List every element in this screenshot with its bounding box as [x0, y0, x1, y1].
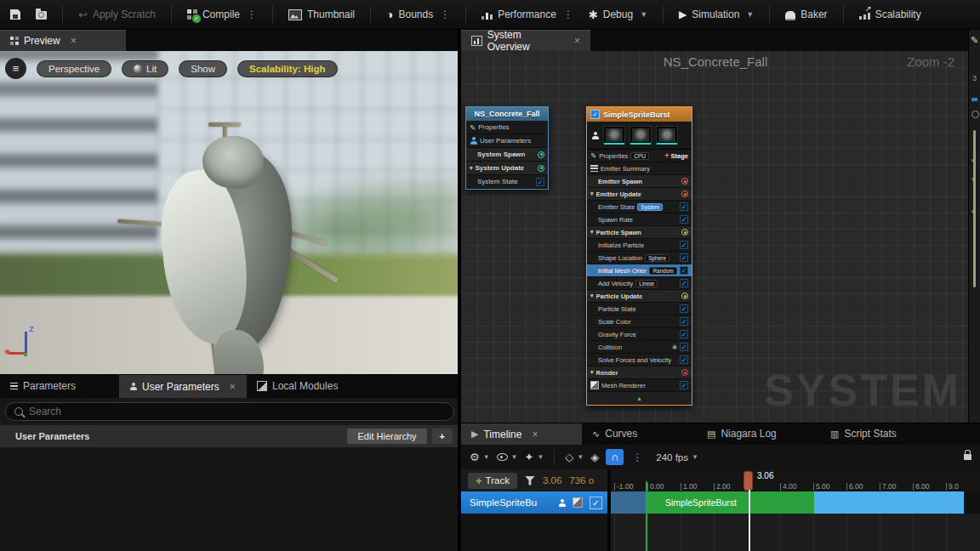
- playback-options-dropdown[interactable]: ✦▼: [525, 451, 544, 463]
- tab-curves[interactable]: ∿ Curves: [582, 423, 697, 445]
- timeline-grid[interactable]: [611, 514, 980, 551]
- system-node[interactable]: NS_Concrete_Fall ✎PropertiesUser Paramet…: [465, 106, 549, 190]
- close-icon[interactable]: ×: [230, 381, 236, 393]
- node-row-particle-spawn[interactable]: ▾Particle Spawn: [587, 226, 692, 239]
- tab-parameters[interactable]: Parameters: [0, 374, 119, 398]
- emitter-node[interactable]: ✓ SimpleSpriteBurst ✎PropertiesCPU+Stage…: [586, 106, 692, 406]
- performance-options-dots[interactable]: ⋮: [563, 9, 573, 20]
- viewport-menu-button[interactable]: ≡: [5, 58, 26, 79]
- track-bar-loop[interactable]: [814, 491, 964, 514]
- tab-timeline[interactable]: ▶ Timeline ×: [461, 423, 582, 445]
- node-row-emitter-summary[interactable]: Emitter Summary: [587, 162, 692, 175]
- node-row-scale-color[interactable]: Scale Color✓: [587, 315, 692, 328]
- tab-system-overview[interactable]: System Overview ×: [461, 30, 590, 51]
- chevron-down-icon[interactable]: ▾: [590, 229, 594, 236]
- value-badge[interactable]: System: [637, 203, 663, 211]
- node-row-particle-state[interactable]: Particle State✓: [587, 303, 692, 315]
- node-row-properties[interactable]: ✎PropertiesCPU+Stage: [587, 150, 692, 162]
- compile-options-dots[interactable]: ⋮: [247, 9, 257, 20]
- add-parameter-button[interactable]: +: [432, 429, 453, 444]
- tab-preview[interactable]: Preview ×: [0, 30, 126, 51]
- show-button[interactable]: Show: [179, 60, 227, 77]
- stage-iteration-icon[interactable]: [681, 293, 688, 299]
- frame-value[interactable]: 736 o: [569, 475, 594, 486]
- visibility-icon[interactable]: ◉: [672, 344, 677, 350]
- node-row-emitter-spawn[interactable]: Emitter Spawn: [587, 175, 692, 188]
- close-icon[interactable]: ×: [574, 35, 580, 47]
- node-row-emitter-update[interactable]: ▾Emitter Update: [587, 188, 692, 201]
- thumbnail-button[interactable]: Thumbnail: [285, 9, 358, 20]
- enabled-checkbox[interactable]: ✓: [680, 202, 688, 211]
- stage-iteration-icon[interactable]: [538, 151, 544, 158]
- lock-icon[interactable]: [964, 454, 971, 460]
- emitter-node-header[interactable]: ✓ SimpleSpriteBurst: [587, 107, 692, 122]
- track-bar-active[interactable]: SimpleSpriteBurst: [647, 491, 814, 514]
- node-row-solve-forces-and-velocity[interactable]: Solve Forces and Velocity✓: [587, 354, 692, 366]
- enabled-checkbox[interactable]: ✓: [680, 317, 688, 326]
- debug-dropdown[interactable]: ✱ Debug ▼: [585, 9, 651, 21]
- enabled-checkbox[interactable]: ✓: [680, 330, 688, 338]
- view-options-dropdown[interactable]: ▼: [497, 453, 518, 461]
- apply-scratch-button[interactable]: ↩ Apply Scratch: [75, 9, 159, 21]
- browse-button[interactable]: [32, 9, 50, 20]
- isolate-icon[interactable]: [573, 497, 583, 508]
- track-lane[interactable]: SimpleSpriteBurst: [611, 491, 980, 514]
- emitter-collapse-button[interactable]: ▴: [587, 392, 692, 405]
- node-row-particle-update[interactable]: ▾Particle Update: [587, 290, 692, 303]
- node-row-spawn-rate[interactable]: Spawn Rate✓: [587, 213, 692, 226]
- enabled-checkbox[interactable]: ✓: [680, 343, 688, 351]
- viewport-scalability-button[interactable]: Scalability: High: [237, 60, 337, 77]
- value-badge[interactable]: Random: [649, 267, 677, 275]
- value-badge[interactable]: Sphere: [645, 254, 669, 262]
- timeline-options-dropdown[interactable]: ⚙▼: [470, 451, 490, 463]
- edit-hierarchy-button[interactable]: Edit Hierarchy: [347, 429, 426, 444]
- chevron-down-icon[interactable]: ▾: [590, 293, 594, 299]
- snapping-options-dots[interactable]: ⋮: [632, 452, 642, 463]
- compile-button[interactable]: Compile ⋮: [184, 9, 260, 20]
- enabled-checkbox[interactable]: ✓: [680, 215, 688, 224]
- node-row-system-update[interactable]: ▾System Update: [466, 162, 548, 175]
- emitter-thumbnail[interactable]: [656, 126, 678, 145]
- current-time-value[interactable]: 3.06: [543, 475, 561, 486]
- scalability-button[interactable]: Scalability: [856, 9, 925, 20]
- chevron-down-icon[interactable]: ▾: [590, 369, 594, 376]
- keyframe-options-dropdown[interactable]: ◇▼: [565, 451, 584, 463]
- perspective-button[interactable]: Perspective: [37, 60, 111, 77]
- enabled-checkbox[interactable]: ✓: [536, 178, 544, 186]
- enabled-checkbox[interactable]: ✓: [680, 381, 688, 389]
- node-row-system-spawn[interactable]: System Spawn: [466, 148, 548, 162]
- enabled-checkbox[interactable]: ✓: [680, 279, 688, 287]
- viewport-3d-scene[interactable]: ≡ Perspective Lit Show Scalability: High…: [0, 51, 459, 374]
- node-row-properties[interactable]: ✎Properties: [466, 121, 548, 134]
- emitter-thumbnail[interactable]: [630, 126, 652, 145]
- tab-script-stats[interactable]: ▥ Script Stats: [820, 423, 939, 445]
- add-stage-button[interactable]: +Stage: [664, 151, 688, 160]
- scrollbar[interactable]: [973, 130, 976, 287]
- performance-button[interactable]: Performance ⋮: [478, 9, 577, 20]
- search-input[interactable]: Search: [5, 402, 454, 421]
- playhead-marker[interactable]: [744, 471, 753, 491]
- close-icon[interactable]: ×: [532, 429, 538, 440]
- value-badge[interactable]: Linear: [635, 280, 658, 287]
- lit-button[interactable]: Lit: [122, 60, 168, 77]
- node-row-initialize-particle[interactable]: Initialize Particle✓: [587, 239, 692, 252]
- system-node-header[interactable]: NS_Concrete_Fall: [466, 107, 548, 121]
- tab-local-modules[interactable]: Local Modules: [247, 374, 370, 398]
- stage-iteration-icon[interactable]: [681, 178, 688, 185]
- tab-user-parameters[interactable]: User Parameters ×: [119, 374, 247, 398]
- playhead-line[interactable]: [749, 490, 750, 551]
- simulation-dropdown[interactable]: ▶ Simulation ▼: [675, 9, 757, 20]
- bounds-options-dots[interactable]: ⋮: [440, 9, 450, 20]
- timeline-splitter[interactable]: [607, 469, 611, 551]
- track-row-header[interactable]: SimpleSpriteBu ✓: [459, 491, 611, 514]
- node-row-emitter-state[interactable]: Emitter StateSystem✓: [587, 201, 692, 213]
- chevron-down-icon[interactable]: ▾: [590, 190, 594, 197]
- node-row-user-parameters[interactable]: User Parameters: [466, 134, 548, 148]
- user-icon[interactable]: [558, 499, 566, 507]
- timeline-ruler[interactable]: -1.000.001.002.004.005.006.007.008.009.0…: [611, 469, 980, 492]
- snapping-toggle[interactable]: ∩: [606, 449, 624, 465]
- enabled-checkbox[interactable]: ✓: [680, 241, 688, 249]
- stage-iteration-icon[interactable]: [681, 229, 688, 236]
- node-row-add-velocity[interactable]: Add VelocityLinear✓: [587, 277, 692, 290]
- collapsed-side-panel[interactable]: ✎ 3 ▾ ▾ ▾: [968, 30, 980, 423]
